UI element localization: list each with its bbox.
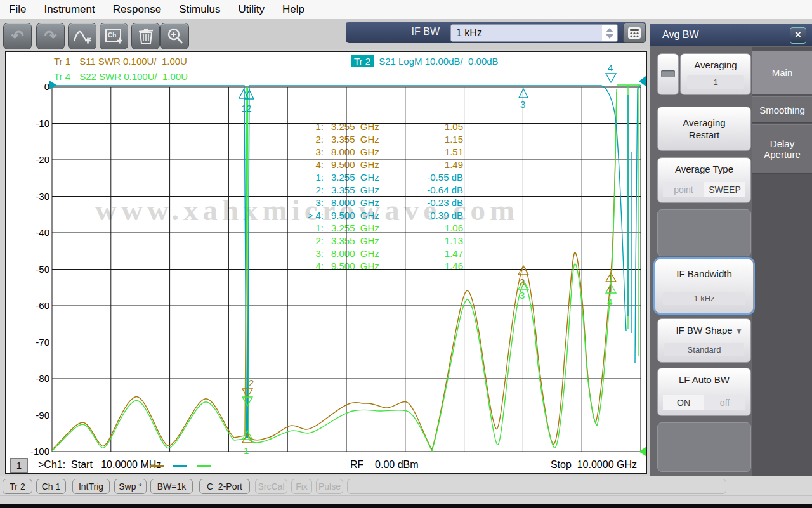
menu-response[interactable]: Response (104, 1, 171, 18)
channel-number-badge[interactable]: 1 (10, 458, 28, 473)
status-bw-button[interactable]: BW=1k (150, 479, 193, 494)
undo-icon: ↶ (11, 29, 23, 44)
status-cal-button[interactable]: C 2-Port (199, 479, 250, 494)
marker-row: 3:8.000 GHz-0.23 dB (285, 197, 463, 209)
marker-row: 1:3.255 GHz1.06 (285, 222, 463, 235)
average-type-sweep[interactable]: SWEEP (704, 182, 745, 197)
stimulus-rf-power: RF 0.00 dBm (350, 459, 419, 471)
average-type-label: Average Type (658, 158, 750, 174)
menu-bar: File Instrument Response Stimulus Utilit… (0, 0, 812, 20)
trace-color-legend (147, 460, 214, 471)
window-bottom-edge (0, 504, 812, 508)
trace1-color-dash (150, 465, 164, 467)
vna-application-window: File Instrument Response Stimulus Utilit… (0, 0, 812, 508)
status-message-field (347, 479, 726, 494)
if-bw-shape-button[interactable]: IF BW Shape ▼ Standard (657, 318, 751, 363)
if-bandwidth-button[interactable]: IF Bandwidth 1 kHz (655, 259, 754, 313)
status-pulse-button: Pulse (316, 479, 343, 494)
y-tick-90: -90 (24, 410, 49, 421)
marker-row: 1:3.255 GHz-0.55 dB (285, 171, 463, 184)
if-bw-field (450, 24, 618, 42)
y-tick-100: -100 (24, 446, 49, 457)
trace2-desc: S21 LogM 10.00dB/ 0.00dB (379, 56, 498, 67)
trace4-header[interactable]: Tr 4 S22 SWR 0.100U/ 1.00U (54, 70, 188, 82)
redo-icon: ↷ (44, 29, 56, 44)
menu-help[interactable]: Help (273, 1, 313, 18)
lower-strip (0, 495, 812, 505)
if-bw-shape-value: Standard (664, 343, 744, 356)
channel-footer: 1 >Ch1: Start 10.0000 MHz RF 0.00 dBm St… (6, 458, 643, 473)
lf-auto-bw-on[interactable]: ON (663, 395, 704, 410)
stimulus-start: >Ch1: Start 10.0000 MHz (38, 459, 161, 471)
if-bandwidth-value: 1 kHz (663, 292, 745, 305)
trace2-header[interactable]: Tr 2 S21 LogM 10.00dB/ 0.00dB (351, 55, 499, 67)
avg-bw-panel: Avg BW ✕ Main Smoothing Delay Aperture A… (650, 24, 812, 488)
y-tick-30: -30 (24, 191, 49, 202)
averaging-restart-button[interactable]: Averaging Restart (657, 107, 751, 151)
averaging-button[interactable]: Averaging 1 (680, 53, 751, 95)
averaging-led-indicator (661, 70, 675, 77)
if-bw-input[interactable] (451, 25, 602, 41)
add-channel-icon: Ch (105, 27, 124, 45)
lf-auto-bw-button[interactable]: LF Auto BW ON off (657, 368, 751, 416)
status-trigger-button[interactable]: IntTrig (72, 479, 110, 494)
lf-auto-bw-off[interactable]: off (704, 395, 745, 410)
trace2-color-dash (173, 465, 187, 467)
status-trace-button[interactable]: Tr 2 (3, 479, 32, 494)
zoom-button[interactable] (160, 23, 189, 49)
if-bw-label: IF BW (412, 26, 440, 37)
y-tick-0: 0 (24, 81, 49, 93)
delete-button[interactable] (131, 23, 160, 49)
y-tick-70: -70 (24, 337, 49, 348)
status-channel-button[interactable]: Ch 1 (36, 479, 66, 494)
trace4-desc: S22 SWR 0.100U/ 1.00U (70, 71, 188, 82)
lf-auto-bw-toggle[interactable]: ON off (663, 395, 745, 410)
tab-smoothing[interactable]: Smoothing (752, 96, 812, 123)
spinner-up-icon[interactable] (606, 28, 613, 32)
marker-row: 2:3.355 GHz1.13 (285, 235, 463, 247)
y-tick-50: -50 (24, 264, 49, 275)
averaging-restart-label: Averaging Restart (672, 107, 736, 141)
y-tick-60: -60 (24, 300, 49, 311)
trace1-header[interactable]: Tr 1 S11 SWR 0.100U/ 1.00U (54, 55, 187, 67)
spinner-down-icon[interactable] (606, 34, 613, 39)
marker-row: 1:3.255 GHz1.05 (285, 120, 463, 133)
marker-row: 2:3.355 GHz1.15 (285, 133, 463, 146)
add-trace-icon (73, 28, 92, 44)
redo-button[interactable]: ↷ (36, 23, 65, 49)
add-trace-button[interactable] (68, 23, 96, 49)
status-sweep-button[interactable]: Swp * (114, 479, 147, 494)
panel-title: Avg BW (650, 29, 699, 41)
trace2-active-badge: Tr 2 (351, 55, 374, 67)
menu-utility[interactable]: Utility (229, 1, 273, 18)
tab-main[interactable]: Main (752, 51, 812, 94)
average-type-point[interactable]: point (663, 182, 704, 197)
undo-button[interactable]: ↶ (3, 23, 32, 49)
panel-close-button[interactable]: ✕ (790, 27, 806, 44)
chart-panel: Tr 1 S11 SWR 0.100U/ 1.00U Tr 2 S21 LogM… (5, 51, 647, 474)
average-type-button[interactable]: Average Type point SWEEP (657, 157, 751, 203)
marker-row-active: > 4:9.500 GHz-0.39 dB (285, 209, 463, 222)
tab-delay-aperture[interactable]: Delay Aperture (752, 124, 812, 174)
trace4-color-dash (197, 465, 211, 467)
status-fix-button: Fix (291, 479, 312, 494)
status-bar: Tr 2 Ch 1 IntTrig Swp * BW=1k C 2-Port S… (0, 476, 812, 495)
average-type-toggle[interactable]: point SWEEP (663, 182, 745, 197)
menu-file[interactable]: File (0, 1, 35, 18)
disabled-softkey-2 (657, 422, 751, 472)
keypad-button[interactable] (623, 23, 646, 43)
add-channel-button[interactable]: Ch (100, 23, 128, 49)
marker-row: 2:3.355 GHz-0.64 dB (285, 184, 463, 197)
if-bw-spinner[interactable] (602, 25, 617, 41)
trace1-desc: S11 SWR 0.100U/ 1.00U (70, 56, 187, 67)
menu-stimulus[interactable]: Stimulus (170, 1, 229, 18)
averaging-led-button[interactable] (657, 53, 679, 95)
zoom-icon (166, 27, 184, 45)
marker-row: 4:9.500 GHz1.49 (285, 159, 463, 171)
if-bandwidth-label: IF Bandwidth (655, 259, 753, 279)
disabled-softkey-1 (657, 209, 751, 256)
keypad-icon (627, 27, 641, 39)
menu-instrument[interactable]: Instrument (35, 1, 103, 18)
y-tick-80: -80 (24, 373, 49, 384)
y-tick-20: -20 (24, 154, 49, 166)
